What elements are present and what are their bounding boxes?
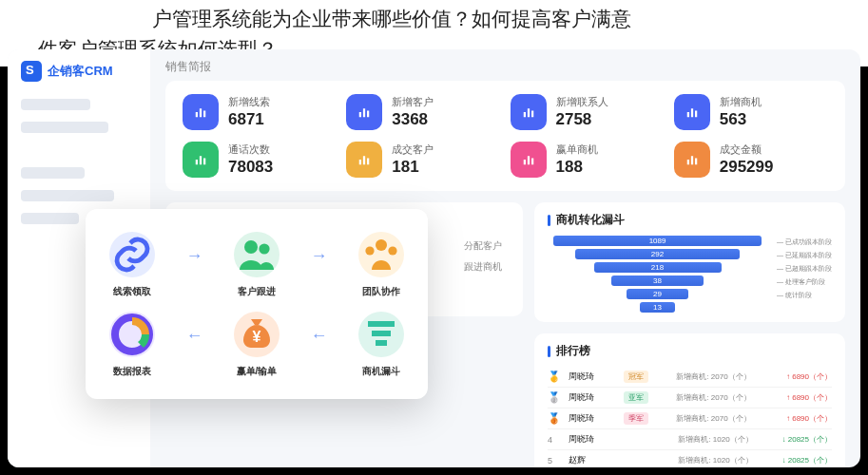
- arrow-left-icon: ←: [311, 326, 328, 365]
- stat-item[interactable]: 成交金额 295299: [674, 142, 828, 178]
- workflow-node-deal[interactable]: ¥ 赢单/输单: [229, 312, 284, 378]
- rank-badge: 季军: [624, 412, 648, 425]
- svg-rect-18: [523, 160, 525, 164]
- svg-rect-21: [687, 160, 689, 164]
- svg-point-28: [388, 246, 396, 255]
- arrow-right-icon: →: [311, 246, 328, 285]
- svg-rect-8: [531, 111, 533, 118]
- workflow-row-2: 数据报表 ← ¥ 赢单/输单 ← 商机漏斗: [105, 312, 409, 378]
- report-section-title: 销售简报: [165, 59, 845, 75]
- people-icon: [234, 232, 280, 277]
- rank-badge: 亚军: [624, 391, 648, 404]
- stat-value: 563: [720, 110, 762, 129]
- stats-card: 新增线索 6871 新增客户 3368 新增联系人 2758 新增商机 563 …: [165, 81, 845, 191]
- nav-item[interactable]: [21, 190, 114, 201]
- svg-rect-16: [363, 156, 365, 164]
- nav-item[interactable]: [21, 213, 79, 224]
- funnel-chart: 1089292218382913: [548, 236, 767, 313]
- stat-label: 成交金额: [720, 142, 774, 157]
- svg-rect-31: [368, 321, 395, 327]
- legend-item: 处理客户阶段: [777, 277, 832, 287]
- svg-rect-14: [203, 159, 205, 165]
- svg-rect-2: [203, 111, 205, 118]
- rank-change: ↓ 20825（个）: [779, 434, 832, 445]
- svg-point-26: [376, 239, 387, 251]
- brand[interactable]: 企销客CRM: [21, 61, 137, 82]
- workflow-node-funnel[interactable]: 商机漏斗: [354, 312, 409, 378]
- funnel-bar[interactable]: 292: [575, 249, 740, 259]
- rank-name: 周晓琦: [569, 391, 616, 404]
- workflow-label: 数据报表: [113, 365, 151, 378]
- rank-row[interactable]: 5 赵辉 新增商机: 1020（个） ↓ 20825（个）: [548, 450, 832, 467]
- svg-rect-15: [359, 160, 361, 164]
- stat-item[interactable]: 新增商机 563: [674, 94, 828, 130]
- nav-item[interactable]: [21, 167, 85, 179]
- workflow-label: 线索领取: [113, 285, 151, 298]
- svg-point-24: [244, 240, 258, 254]
- section-title: 商机转化漏斗: [548, 212, 832, 228]
- rank-row[interactable]: 🥉 周晓琦 季军 新增商机: 2070（个） ↑ 6890（个）: [548, 408, 832, 429]
- stat-value: 3368: [392, 110, 434, 129]
- question-text-1: 户管理系统能为企业带来哪些价值？如何提高客户满意: [152, 6, 735, 32]
- svg-rect-10: [691, 108, 693, 117]
- stat-label: 通话次数: [228, 142, 273, 157]
- rank-metric: 新增商机: 2070（个）: [656, 413, 771, 424]
- assist-line[interactable]: 分配客户: [464, 236, 510, 256]
- svg-rect-23: [695, 159, 697, 165]
- rank-change: ↓ 20825（个）: [779, 455, 832, 466]
- rank-name: 赵辉: [569, 454, 616, 466]
- stat-item[interactable]: 成交客户 181: [346, 142, 500, 178]
- rank-row[interactable]: 🥇 周晓琦 冠军 新增商机: 2070（个） ↑ 6890（个）: [548, 367, 832, 388]
- bar-chart-icon: [674, 94, 710, 130]
- funnel-section: 商机转化漏斗 1089292218382913 已成功跟本阶段已延期跟本阶段已超…: [534, 202, 845, 322]
- nav-item[interactable]: [21, 99, 90, 110]
- stat-item[interactable]: 新增客户 3368: [346, 94, 500, 130]
- funnel-bar[interactable]: 29: [627, 289, 688, 299]
- stat-value: 188: [556, 158, 598, 177]
- svg-point-25: [259, 243, 269, 254]
- svg-rect-5: [367, 111, 369, 118]
- legend-item: 统计阶段: [777, 291, 832, 300]
- stat-item[interactable]: 通话次数 78083: [183, 142, 337, 178]
- funnel-bar[interactable]: 1089: [553, 236, 762, 246]
- funnel-bar[interactable]: 218: [594, 262, 722, 273]
- stat-item[interactable]: 新增线索 6871: [183, 94, 337, 130]
- rank-row[interactable]: 🥈 周晓琦 亚军 新增商机: 2070（个） ↑ 6890（个）: [548, 388, 832, 408]
- ranking-section: 排行榜 🥇 周晓琦 冠军 新增商机: 2070（个） ↑ 6890（个） 🥈 周…: [534, 333, 845, 467]
- rank-metric: 新增商机: 2070（个）: [656, 371, 771, 382]
- workflow-modal: 线索领取 → 客户跟进 → 团队协作 数据报表 ← ¥: [86, 209, 428, 399]
- stat-item[interactable]: 赢单商机 188: [511, 142, 665, 178]
- svg-rect-22: [691, 156, 693, 164]
- stat-label: 赢单商机: [556, 142, 598, 157]
- rank-name: 周晓琦: [569, 370, 616, 383]
- brand-name: 企销客CRM: [48, 63, 113, 80]
- workflow-node-followup[interactable]: 客户跟进: [229, 232, 284, 298]
- legend-item: 已延期跟本阶段: [777, 251, 832, 260]
- workflow-node-report[interactable]: 数据报表: [105, 312, 160, 378]
- svg-rect-13: [200, 156, 202, 164]
- svg-rect-6: [523, 112, 525, 117]
- workflow-label: 赢单/输单: [237, 365, 278, 378]
- nav-item[interactable]: [21, 122, 108, 133]
- svg-rect-1: [200, 108, 202, 117]
- stat-label: 新增联系人: [556, 95, 608, 109]
- legend-item: 已超期跟本阶段: [777, 264, 832, 274]
- svg-rect-11: [695, 111, 697, 118]
- assist-line[interactable]: 跟进商机: [464, 256, 510, 277]
- rank-row[interactable]: 4 周晓琦 新增商机: 1020（个） ↓ 20825（个）: [548, 429, 832, 450]
- bar-chart-icon: [183, 94, 219, 130]
- workflow-node-team[interactable]: 团队协作: [354, 232, 409, 298]
- rank-name: 周晓琦: [569, 433, 616, 446]
- section-title: 排行榜: [548, 343, 832, 359]
- svg-rect-3: [359, 112, 361, 117]
- funnel-bar[interactable]: 38: [611, 276, 704, 286]
- arrow-right-icon: →: [186, 246, 203, 285]
- stat-item[interactable]: 新增联系人 2758: [511, 94, 665, 130]
- stat-label: 新增客户: [392, 95, 434, 109]
- workflow-node-lead[interactable]: 线索领取: [105, 232, 160, 298]
- rank-name: 周晓琦: [569, 412, 616, 425]
- svg-rect-9: [687, 112, 689, 117]
- workflow-row-1: 线索领取 → 客户跟进 → 团队协作: [105, 232, 409, 298]
- rank-change: ↑ 6890（个）: [779, 371, 832, 382]
- funnel-bar[interactable]: 13: [640, 302, 675, 313]
